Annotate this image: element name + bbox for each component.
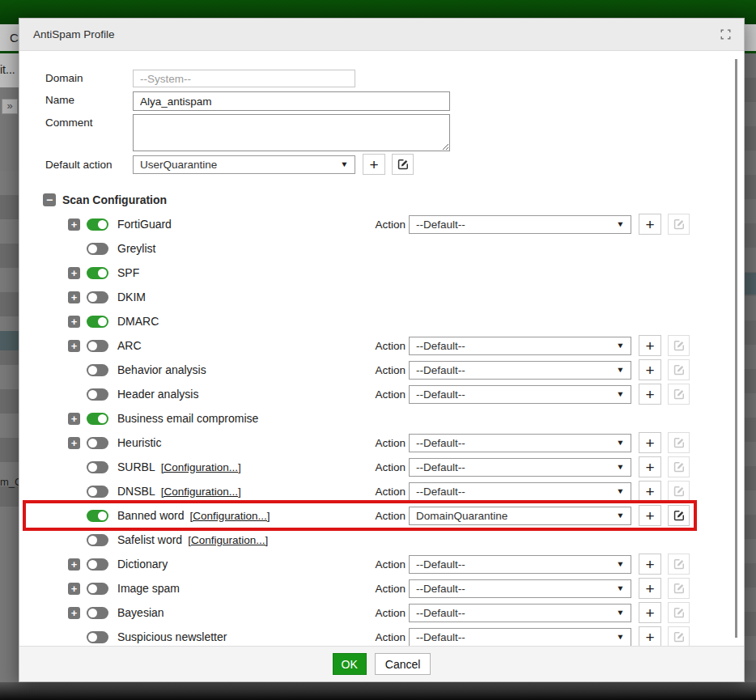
- domain-label: Domain: [45, 70, 133, 84]
- edit-icon: [673, 631, 685, 643]
- edit-action-button[interactable]: [668, 505, 690, 526]
- add-action-button[interactable]: +: [639, 626, 661, 646]
- action-dropdown[interactable]: --Default-- ▼: [409, 628, 631, 647]
- toggle[interactable]: [87, 461, 108, 473]
- expand-icon[interactable]: +: [68, 558, 80, 571]
- fullscreen-icon: [720, 29, 731, 40]
- toggle[interactable]: [87, 340, 108, 352]
- dropdown-arrow-icon: ▼: [616, 511, 624, 520]
- action-group: Action --Default-- ▼ +: [375, 335, 690, 356]
- add-action-button[interactable]: +: [639, 505, 661, 526]
- edit-default-action-button[interactable]: [392, 154, 414, 175]
- action-dropdown[interactable]: --Default-- ▼: [409, 579, 631, 598]
- action-dropdown[interactable]: --Default-- ▼: [409, 434, 631, 452]
- add-action-button[interactable]: +: [639, 214, 661, 235]
- expand-icon[interactable]: +: [68, 607, 80, 619]
- toggle[interactable]: [87, 558, 108, 571]
- action-value: --Default--: [416, 607, 465, 619]
- add-action-button[interactable]: +: [639, 481, 661, 502]
- name-row: Name: [45, 91, 744, 111]
- action-group: Action --Default-- ▼ +: [375, 626, 690, 646]
- action-dropdown[interactable]: --Default-- ▼: [409, 482, 631, 501]
- action-dropdown[interactable]: --Default-- ▼: [409, 215, 631, 234]
- toggle[interactable]: [87, 437, 108, 449]
- toggle[interactable]: [87, 510, 108, 522]
- expand-icon[interactable]: +: [68, 291, 80, 303]
- action-value: --Default--: [416, 437, 465, 449]
- expand-icon[interactable]: +: [68, 267, 80, 279]
- expand-icon[interactable]: +: [68, 437, 80, 449]
- action-dropdown[interactable]: DomainQuarantine ▼: [409, 507, 631, 525]
- configuration-link[interactable]: [Configuration...]: [161, 461, 241, 473]
- dropdown-arrow-icon: ▼: [616, 560, 624, 568]
- action-label: Action: [375, 558, 406, 571]
- toggle[interactable]: [87, 364, 108, 376]
- dropdown-arrow-icon: ▼: [616, 220, 624, 228]
- scan-row-label: Suspicious newsletter: [117, 630, 227, 643]
- action-label: Action: [375, 607, 406, 619]
- name-field[interactable]: [133, 91, 450, 111]
- scan-row-label: Business email compromise: [117, 412, 258, 425]
- dropdown-arrow-icon: ▼: [616, 366, 624, 374]
- chevrons-right-icon: »: [6, 100, 12, 112]
- action-dropdown[interactable]: --Default-- ▼: [409, 555, 631, 574]
- scan-row: + FortiGuard Action --Default-- ▼ +: [19, 212, 744, 236]
- dropdown-arrow-icon: ▼: [616, 439, 624, 447]
- dropdown-arrow-icon: ▼: [340, 160, 348, 168]
- collapse-section-icon[interactable]: −: [43, 193, 56, 206]
- scan-row: + Heuristic Action --Default-- ▼ +: [19, 431, 744, 455]
- add-action-button[interactable]: +: [639, 359, 661, 380]
- add-action-button[interactable]: +: [639, 335, 661, 356]
- vertical-scrollbar[interactable]: [735, 59, 737, 638]
- toggle[interactable]: [87, 316, 108, 328]
- expand-icon[interactable]: +: [68, 340, 80, 352]
- expand-icon[interactable]: +: [68, 583, 80, 595]
- background-selected-row: [0, 331, 19, 350]
- action-dropdown[interactable]: --Default-- ▼: [409, 385, 631, 404]
- toggle[interactable]: [87, 218, 108, 231]
- configuration-link[interactable]: [Configuration...]: [190, 510, 270, 522]
- expand-icon[interactable]: +: [68, 218, 80, 231]
- toggle[interactable]: [87, 388, 108, 401]
- action-label: Action: [375, 486, 406, 498]
- edit-icon: [673, 607, 685, 618]
- add-action-button[interactable]: +: [639, 384, 661, 405]
- default-action-row: Default action UserQuarantine ▼ +: [45, 154, 744, 175]
- toggle[interactable]: [87, 534, 108, 546]
- toggle[interactable]: [87, 486, 108, 498]
- configuration-link[interactable]: [Configuration...]: [161, 486, 241, 498]
- action-dropdown[interactable]: --Default-- ▼: [409, 458, 631, 477]
- edit-action-button: [668, 359, 690, 380]
- dropdown-arrow-icon: ▼: [616, 487, 624, 495]
- toggle[interactable]: [87, 267, 108, 279]
- configuration-link[interactable]: [Configuration...]: [188, 534, 268, 546]
- toggle[interactable]: [87, 607, 108, 619]
- domain-row: Domain: [45, 70, 744, 87]
- cancel-button[interactable]: Cancel: [375, 653, 431, 675]
- add-action-button[interactable]: +: [639, 554, 661, 575]
- default-action-dropdown[interactable]: UserQuarantine ▼: [133, 155, 355, 174]
- maximize-dialog-button[interactable]: [718, 28, 733, 42]
- action-dropdown[interactable]: --Default-- ▼: [409, 361, 631, 380]
- action-dropdown[interactable]: --Default-- ▼: [409, 337, 631, 355]
- toggle[interactable]: [87, 631, 108, 643]
- dialog-header: AntiSpam Profile: [19, 19, 744, 51]
- comment-field[interactable]: [133, 114, 450, 151]
- name-label: Name: [45, 91, 133, 106]
- add-default-action-button[interactable]: +: [363, 154, 385, 175]
- edit-action-button: [668, 602, 690, 623]
- scan-row-label: Behavior analysis: [117, 363, 206, 376]
- ok-button[interactable]: OK: [333, 653, 367, 675]
- comment-row: Comment: [45, 114, 744, 151]
- toggle[interactable]: [87, 291, 108, 303]
- toggle[interactable]: [87, 413, 108, 425]
- toggle[interactable]: [87, 583, 108, 595]
- add-action-button[interactable]: +: [639, 602, 661, 623]
- action-dropdown[interactable]: --Default-- ▼: [409, 604, 631, 622]
- add-action-button[interactable]: +: [639, 456, 661, 477]
- add-action-button[interactable]: +: [639, 432, 661, 453]
- add-action-button[interactable]: +: [639, 578, 661, 599]
- toggle[interactable]: [87, 243, 108, 255]
- expand-icon[interactable]: +: [68, 413, 80, 425]
- expand-icon[interactable]: +: [68, 316, 80, 328]
